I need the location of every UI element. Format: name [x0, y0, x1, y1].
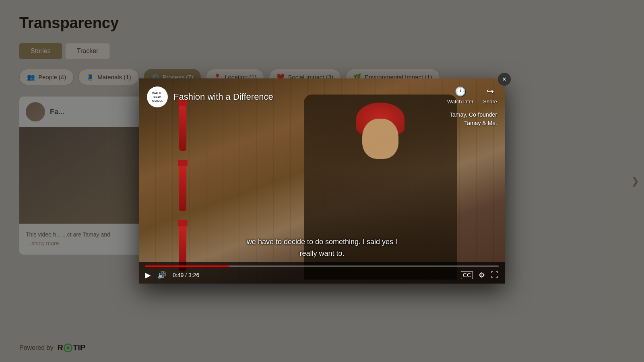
speaker-name: Tamay, Co-founder: [450, 111, 497, 119]
watch-later-label: Watch later: [447, 99, 473, 105]
video-container: WALK.SEW.GOOD. Fashion with a Difference…: [139, 78, 505, 284]
face: [362, 119, 398, 159]
subtitle-area: we have to decide to do something. I sai…: [139, 236, 505, 259]
watch-later-action[interactable]: 🕐 Watch later: [447, 86, 473, 105]
channel-info: WALK.SEW.GOOD. Fashion with a Difference: [147, 86, 273, 107]
cc-icon: CC: [461, 271, 473, 279]
subtitle-text: we have to decide to do something. I sai…: [147, 236, 497, 259]
progress-bar[interactable]: [145, 265, 499, 267]
cc-button[interactable]: CC: [461, 271, 473, 279]
fullscreen-icon: ⛶: [491, 270, 499, 280]
volume-icon: 🔊: [157, 271, 166, 280]
subtitle-line2: really want to.: [299, 249, 344, 257]
video-modal: ×: [139, 78, 505, 284]
controls-right: CC ⚙ ⛶: [461, 270, 499, 280]
controls-row: ▶ 🔊 0:49 / 3:26 CC ⚙: [145, 270, 499, 280]
tassels-decoration: [171, 103, 235, 255]
speaker-credit: Tamay, Co-founder Tamay & Me.: [450, 111, 497, 128]
share-action[interactable]: ↪ Share: [483, 86, 497, 105]
volume-button[interactable]: 🔊: [157, 271, 166, 280]
fullscreen-button[interactable]: ⛶: [491, 270, 499, 280]
progress-fill: [145, 265, 229, 267]
settings-icon: ⚙: [479, 271, 485, 280]
video-controls: ▶ 🔊 0:49 / 3:26 CC ⚙: [139, 262, 505, 284]
speaker-org: Tamay & Me.: [450, 119, 497, 128]
channel-logo: WALK.SEW.GOOD.: [147, 86, 168, 107]
settings-button[interactable]: ⚙: [479, 271, 485, 280]
play-button[interactable]: ▶: [145, 271, 151, 280]
video-title: Fashion with a Difference: [173, 92, 273, 102]
tassel-1: [179, 103, 186, 151]
share-label: Share: [483, 99, 497, 105]
close-icon: ×: [502, 75, 507, 84]
video-top-actions: 🕐 Watch later ↪ Share: [447, 86, 497, 105]
tassel-2: [179, 163, 186, 211]
share-icon: ↪: [487, 86, 494, 97]
subtitle-line1: we have to decide to do something. I sai…: [247, 238, 397, 246]
modal-overlay[interactable]: ×: [0, 0, 644, 362]
play-icon: ▶: [145, 271, 151, 280]
time-display: 0:49 / 3:26: [173, 272, 199, 278]
watch-later-icon: 🕐: [455, 86, 466, 97]
controls-left: ▶ 🔊 0:49 / 3:26: [145, 271, 199, 280]
modal-close-button[interactable]: ×: [498, 73, 511, 86]
